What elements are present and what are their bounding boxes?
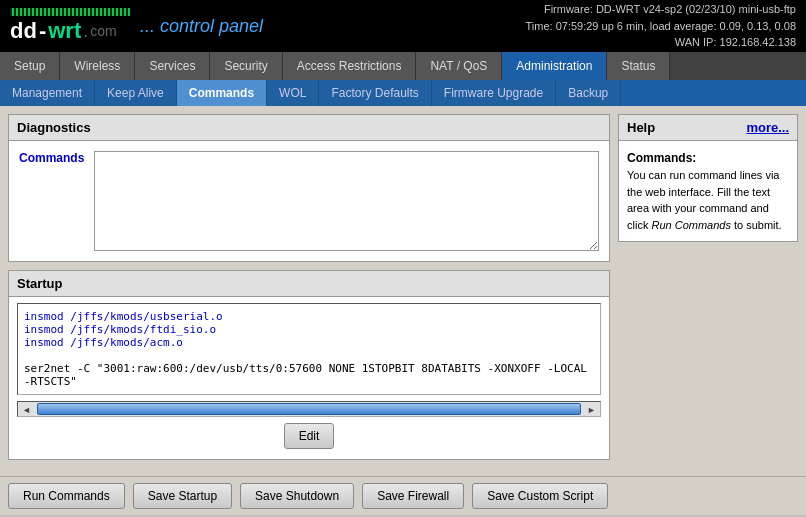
sub-tab-commands[interactable]: Commands [177,80,267,106]
scroll-left-arrow[interactable] [18,404,35,415]
header: dd - wrt . com ... control panel Firmwar… [0,0,806,52]
code-line-2: insmod /jffs/kmods/ftdi_sio.o [24,323,594,336]
sub-tab-keep-alive[interactable]: Keep Alive [95,80,177,106]
sub-tab-backup[interactable]: Backup [556,80,621,106]
sub-tab-management[interactable]: Management [0,80,95,106]
sub-navigation: Management Keep Alive Commands WOL Facto… [0,80,806,106]
scroll-right-arrow[interactable] [583,404,600,415]
nav-tab-wireless[interactable]: Wireless [60,52,135,80]
logo-dash: - [39,18,46,44]
main-navigation: Setup Wireless Services Security Access … [0,52,806,80]
help-commands-text: You can run command lines via the web in… [627,169,782,231]
logo: dd - wrt . com [10,18,130,44]
diagnostics-header: Diagnostics [9,115,609,141]
main-content: Diagnostics Commands Startup insmod /jff… [0,106,806,476]
diagnostics-section: Diagnostics Commands [8,114,610,262]
edit-button[interactable]: Edit [284,423,335,449]
logo-area: dd - wrt . com ... control panel [10,8,263,44]
run-commands-emphasis: Run Commands [651,219,730,231]
nav-tab-nat-qos[interactable]: NAT / QoS [416,52,502,80]
help-panel: Help more... Commands: You can run comma… [618,114,798,242]
firmware-info: Firmware: DD-WRT v24-sp2 (02/23/10) mini… [526,1,797,18]
help-body: Commands: You can run command lines via … [619,141,797,241]
logo-dd: dd [10,18,37,44]
wan-info: WAN IP: 192.168.42.138 [526,34,797,51]
run-commands-button[interactable]: Run Commands [8,483,125,509]
startup-scrollbar[interactable] [17,401,601,417]
save-custom-script-button[interactable]: Save Custom Script [472,483,608,509]
startup-header: Startup [9,271,609,297]
code-line-3: insmod /jffs/kmods/acm.o [24,336,594,349]
help-header: Help more... [619,115,797,141]
nav-tab-access-restrictions[interactable]: Access Restrictions [283,52,417,80]
nav-tab-administration[interactable]: Administration [502,52,607,80]
save-shutdown-button[interactable]: Save Shutdown [240,483,354,509]
code-line-5: ser2net -C "3001:raw:600:/dev/usb/tts/0:… [24,362,594,388]
commands-textarea[interactable] [94,151,599,251]
code-line-4 [24,349,594,362]
bottom-bar: Run Commands Save Startup Save Shutdown … [0,476,806,515]
sub-tab-wol[interactable]: WOL [267,80,319,106]
time-info: Time: 07:59:29 up 6 min, load average: 0… [526,18,797,35]
diagnostics-body: Commands [9,141,609,261]
scroll-thumb[interactable] [37,403,581,415]
startup-section: Startup insmod /jffs/kmods/usbserial.o i… [8,270,610,460]
save-firewall-button[interactable]: Save Firewall [362,483,464,509]
help-commands-label: Commands: [627,151,696,165]
header-info: Firmware: DD-WRT v24-sp2 (02/23/10) mini… [526,1,797,51]
sub-tab-firmware-upgrade[interactable]: Firmware Upgrade [432,80,556,106]
edit-button-area: Edit [17,423,601,449]
sub-tab-factory-defaults[interactable]: Factory Defaults [319,80,431,106]
nav-tab-services[interactable]: Services [135,52,210,80]
startup-code-block: insmod /jffs/kmods/usbserial.o insmod /j… [17,303,601,395]
left-panel: Diagnostics Commands Startup insmod /jff… [8,114,610,468]
logo-dot: . [83,21,88,42]
logo-wrt: wrt [48,18,81,44]
commands-label: Commands [19,151,84,165]
startup-body: insmod /jffs/kmods/usbserial.o insmod /j… [9,297,609,459]
control-panel-label: ... control panel [140,16,263,37]
code-line-1: insmod /jffs/kmods/usbserial.o [24,310,594,323]
nav-tab-setup[interactable]: Setup [0,52,60,80]
logo-com: com [90,23,116,39]
help-more-link[interactable]: more... [746,120,789,135]
nav-tab-security[interactable]: Security [210,52,282,80]
save-startup-button[interactable]: Save Startup [133,483,232,509]
nav-tab-status[interactable]: Status [607,52,670,80]
led-bar [10,8,130,16]
help-title: Help [627,120,655,135]
